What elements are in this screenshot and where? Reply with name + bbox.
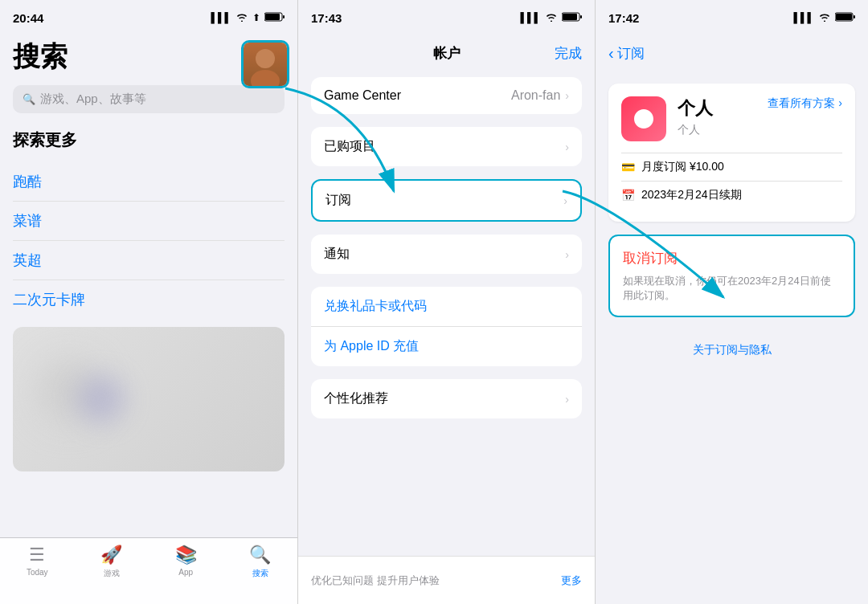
svg-rect-8	[580, 15, 582, 18]
panel1-main-content: 搜索 🔍 游戏、App、故事等 探索更多 跑酷 菜谱 英超 二次元卡牌	[0, 35, 297, 537]
tab-bar-1: ☰ Today 🚀 游戏 📚 App 🔍 搜索	[0, 537, 297, 604]
credit-card-icon: 💳	[621, 161, 635, 173]
signal-icon-3: ▌▌▌	[793, 12, 814, 23]
search-placeholder: 游戏、App、故事等	[40, 92, 146, 107]
panel1-appstore: 20:44 ▌▌▌ ⬆ 搜索 🔍 游戏、App、故事等	[0, 0, 297, 604]
status-time-3: 17:42	[608, 11, 639, 25]
purchased-value: ›	[565, 141, 569, 153]
signal-icon-2: ▌▌▌	[520, 12, 541, 23]
tab-search[interactable]: 🔍 搜索	[223, 545, 298, 579]
nav-bar-3: ‹ 订阅	[596, 35, 868, 71]
wifi-icon	[235, 12, 248, 24]
explore-title: 探索更多	[13, 129, 285, 151]
purchased-chevron: ›	[565, 141, 569, 153]
status-time-1: 20:44	[13, 11, 43, 25]
notifications-chevron: ›	[565, 248, 569, 261]
battery-icon-3	[835, 12, 855, 24]
status-bar-3: 17:42 ▌▌▌	[596, 0, 868, 35]
purchases-group: 已购项目 ›	[311, 127, 582, 166]
svg-rect-7	[563, 14, 577, 20]
svg-rect-11	[854, 15, 855, 18]
nav-bar-2: 帐户 完成	[298, 35, 595, 71]
done-button[interactable]: 完成	[555, 44, 582, 63]
battery-icon-2	[562, 12, 582, 24]
back-label[interactable]: 订阅	[617, 44, 645, 63]
games-tab-label: 游戏	[104, 568, 120, 579]
account-content: Game Center Aron-fan › 已购项目 › 订阅 ›	[298, 71, 595, 556]
subscriptions-chevron: ›	[563, 194, 567, 207]
subscriptions-content: 个人 查看所有方案 › 个人 💳 月度订阅 ¥10.00 📅 2023年2月24…	[596, 71, 868, 604]
panel3-subscriptions: 17:42 ▌▌▌ ‹ 订阅	[595, 0, 868, 604]
cancel-description: 如果现在取消，你仍可在2023年2月24日前使用此订阅。	[623, 274, 841, 303]
personalized-group: 个性化推荐 ›	[311, 379, 582, 418]
subscriptions-row[interactable]: 订阅 ›	[313, 181, 580, 220]
blur-circle-2	[77, 375, 125, 423]
avatar-image	[244, 43, 287, 86]
search-tab-icon: 🔍	[249, 545, 271, 565]
explore-item-3[interactable]: 英超	[13, 241, 285, 280]
app-plan-name: 个人	[678, 123, 700, 136]
notifications-label: 通知	[324, 246, 350, 263]
today-tab-icon: ☰	[29, 545, 45, 565]
links-group: 兑换礼品卡或代码 为 Apple ID 充值	[311, 287, 582, 366]
tab-today[interactable]: ☰ Today	[0, 545, 75, 577]
status-time-2: 17:43	[311, 11, 342, 25]
location-icon: ⬆	[252, 12, 260, 23]
personalized-chevron: ›	[565, 393, 569, 406]
today-tab-label: Today	[27, 568, 48, 577]
personalized-row[interactable]: 个性化推荐 ›	[311, 379, 582, 418]
notifications-row[interactable]: 通知 ›	[311, 235, 582, 274]
subscriptions-value: ›	[563, 194, 567, 207]
app-details: 个人 查看所有方案 › 个人	[678, 96, 842, 137]
gamecenter-value: Aron-fan ›	[511, 88, 569, 103]
explore-item-2[interactable]: 菜谱	[13, 202, 285, 241]
subscriptions-label: 订阅	[326, 192, 351, 209]
back-arrow-icon: ‹	[608, 44, 614, 63]
view-all-plans[interactable]: 查看所有方案 ›	[768, 96, 842, 111]
monthly-fee-row: 💳 月度订阅 ¥10.00	[621, 153, 842, 181]
account-nav-title: 帐户	[433, 44, 461, 63]
redeem-link[interactable]: 兑换礼品卡或代码	[311, 287, 582, 327]
topup-link[interactable]: 为 Apple ID 充值	[311, 327, 582, 366]
app-info-header: 个人 查看所有方案 ›	[678, 96, 842, 122]
personalized-value: ›	[565, 393, 569, 406]
games-tab-icon: 🚀	[100, 545, 122, 565]
personalized-label: 个性化推荐	[324, 390, 388, 407]
notifications-group: 通知 ›	[311, 235, 582, 274]
svg-rect-2	[283, 15, 285, 18]
svg-rect-1	[265, 14, 280, 20]
battery-icon	[264, 12, 285, 24]
notifications-value: ›	[565, 248, 569, 261]
signal-icon: ▌▌▌	[211, 12, 231, 23]
search-tab-label: 搜索	[252, 568, 268, 579]
tab-games[interactable]: 🚀 游戏	[75, 545, 149, 579]
footer-more[interactable]: 更多	[561, 573, 582, 588]
subscriptions-highlight-card: 订阅 ›	[311, 179, 582, 222]
search-bar[interactable]: 🔍 游戏、App、故事等	[13, 85, 285, 113]
cancel-title[interactable]: 取消订阅	[623, 249, 841, 267]
explore-item-1[interactable]: 跑酷	[13, 162, 285, 202]
status-icons-2: ▌▌▌	[520, 12, 582, 24]
status-icons-3: ▌▌▌	[793, 12, 855, 24]
tab-apps[interactable]: 📚 App	[149, 545, 223, 577]
privacy-link[interactable]: 关于订阅与隐私	[608, 330, 855, 370]
status-bar-2: 17:43 ▌▌▌	[298, 0, 595, 35]
profile-avatar[interactable]	[241, 40, 289, 88]
svg-rect-5	[244, 43, 287, 86]
monthly-fee-text: 月度订阅 ¥10.00	[641, 160, 724, 174]
apple-music-icon	[621, 96, 666, 141]
wifi-icon-2	[545, 12, 558, 24]
panel2-account: 17:43 ▌▌▌ 帐户 完成 Game Center Aron-fan ›	[297, 0, 595, 604]
explore-item-4[interactable]: 二次元卡牌	[13, 280, 285, 319]
calendar-icon: 📅	[621, 189, 635, 202]
svg-rect-10	[836, 14, 852, 20]
featured-image-area	[13, 327, 285, 471]
app-info-row: 个人 查看所有方案 › 个人	[621, 96, 842, 141]
footer-text: 优化已知问题 提升用户体验	[311, 573, 440, 588]
renewal-date-text: 2023年2月24日续期	[641, 188, 742, 202]
gamecenter-group: Game Center Aron-fan ›	[311, 77, 582, 114]
apps-tab-label: App	[178, 568, 193, 577]
purchased-row[interactable]: 已购项目 ›	[311, 127, 582, 166]
cancel-subscription-card: 取消订阅 如果现在取消，你仍可在2023年2月24日前使用此订阅。	[608, 235, 855, 317]
gamecenter-row[interactable]: Game Center Aron-fan ›	[311, 77, 582, 114]
